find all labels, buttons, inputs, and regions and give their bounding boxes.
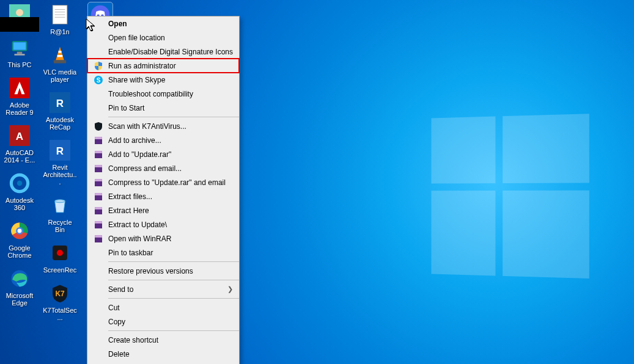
menu-item-label: Copy bbox=[108, 318, 233, 326]
desktop-icon-label: VLC media player bbox=[43, 68, 77, 83]
menu-item-scan-with-k7antivirus[interactable]: Scan with K7AntiVirus... bbox=[87, 119, 239, 133]
menu-separator bbox=[108, 280, 239, 280]
menu-item-run-as-administrator[interactable]: Run as administrator bbox=[87, 59, 239, 73]
shield-icon bbox=[92, 60, 105, 71]
menu-item-cut[interactable]: Cut bbox=[87, 300, 239, 315]
desktop-icon-vlc[interactable]: VLC media player bbox=[43, 43, 77, 83]
desktop-icon-edge[interactable]: Microsoft Edge bbox=[2, 266, 37, 307]
menu-item-label: Pin to taskbar bbox=[108, 249, 233, 257]
blank-icon bbox=[92, 46, 105, 57]
black-overlay bbox=[0, 17, 39, 32]
desktop-icon-recap[interactable]: RAutodesk ReCap bbox=[43, 90, 77, 131]
edge-icon bbox=[7, 266, 32, 291]
svg-text:S: S bbox=[97, 77, 101, 84]
desktop-icon-label: This PC bbox=[7, 61, 31, 68]
blank-icon bbox=[92, 335, 105, 346]
chevron-right-icon: ❯ bbox=[226, 285, 233, 293]
windows-logo bbox=[431, 114, 588, 277]
svg-rect-44 bbox=[95, 166, 101, 167]
desktop[interactable]: This PCAdobe Reader 9AAutoCAD 2014 - E..… bbox=[0, 0, 634, 364]
svg-rect-4 bbox=[17, 52, 23, 54]
menu-item-enable-disable-digital-signature-icons[interactable]: Enable/Disable Digital Signature Icons bbox=[87, 45, 239, 59]
context-menu[interactable]: OpenOpen file locationEnable/Disable Dig… bbox=[87, 16, 240, 364]
rar-icon bbox=[92, 163, 105, 174]
menu-item-extract-to-update[interactable]: Extract to Update\ bbox=[87, 217, 239, 231]
menu-item-open-file-location[interactable]: Open file location bbox=[87, 31, 239, 45]
blank-icon bbox=[92, 89, 105, 100]
menu-separator bbox=[108, 261, 239, 262]
svg-text:R: R bbox=[56, 145, 64, 157]
desktop-icon-revit[interactable]: RRevit Architectu... bbox=[43, 138, 77, 186]
menu-separator bbox=[108, 330, 239, 331]
screc-icon bbox=[48, 241, 72, 265]
menu-item-restore-previous-versions[interactable]: Restore previous versions bbox=[87, 264, 239, 278]
svg-rect-56 bbox=[95, 222, 101, 223]
svg-rect-5 bbox=[15, 54, 25, 56]
desktop-icon-acad[interactable]: AAutoCAD 2014 - E... bbox=[2, 123, 37, 164]
menu-item-share-with-skype[interactable]: SShare with Skype bbox=[87, 73, 239, 87]
menu-item-label: Extract to Update\ bbox=[108, 220, 233, 229]
desktop-icon-a360[interactable]: Autodesk 360 bbox=[2, 171, 37, 211]
svg-rect-53 bbox=[95, 208, 101, 209]
menu-item-label: Compress and email... bbox=[108, 164, 233, 173]
desktop-icon-label: AutoCAD 2014 - E... bbox=[2, 149, 37, 164]
menu-item-add-to-archive[interactable]: Add to archive... bbox=[87, 133, 239, 147]
desktop-icon-r01n[interactable]: R@1n bbox=[43, 2, 77, 35]
svg-rect-3 bbox=[13, 43, 26, 50]
desktop-icon-chrome[interactable]: Google Chrome bbox=[2, 219, 37, 259]
desktop-icon-label: K7TotalSec... bbox=[43, 307, 77, 321]
k7-icon bbox=[92, 121, 105, 132]
menu-item-open[interactable]: Open bbox=[87, 16, 239, 31]
menu-item-compress-to-update-rar-and-email[interactable]: Compress to "Update.rar" and email bbox=[87, 175, 239, 189]
rar-icon bbox=[92, 219, 105, 230]
menu-item-delete[interactable]: Delete bbox=[87, 347, 239, 361]
blank-icon bbox=[92, 247, 105, 258]
menu-item-compress-and-email[interactable]: Compress and email... bbox=[87, 161, 239, 175]
rar-icon bbox=[92, 149, 105, 160]
desktop-icon-label: R@1n bbox=[50, 28, 69, 35]
desktop-icon-label: Adobe Reader 9 bbox=[2, 101, 37, 116]
menu-item-label: Enable/Disable Digital Signature Icons bbox=[108, 48, 233, 56]
rar-icon bbox=[92, 177, 105, 188]
menu-item-pin-to-start[interactable]: Pin to Start bbox=[87, 101, 239, 115]
rar-icon bbox=[92, 191, 105, 202]
svg-text:A: A bbox=[16, 131, 23, 142]
menu-item-add-to-update-rar[interactable]: Add to "Update.rar" bbox=[87, 147, 239, 161]
desktop-icon-thispc[interactable]: This PC bbox=[2, 35, 37, 68]
svg-rect-41 bbox=[95, 151, 101, 153]
desktop-icon-k7[interactable]: K7K7TotalSec... bbox=[43, 281, 77, 321]
blank-icon bbox=[92, 316, 105, 327]
desktop-icon-screc[interactable]: ScreenRec bbox=[43, 241, 77, 274]
revit-icon: R bbox=[48, 138, 72, 162]
menu-separator bbox=[108, 117, 239, 117]
desktop-icon-adobe[interactable]: Adobe Reader 9 bbox=[2, 76, 37, 116]
menu-item-extract-here[interactable]: Extract Here bbox=[87, 203, 239, 217]
menu-item-pin-to-taskbar[interactable]: Pin to taskbar bbox=[87, 246, 239, 260]
blank-icon bbox=[92, 349, 105, 360]
menu-item-extract-files[interactable]: Extract files... bbox=[87, 189, 239, 203]
menu-item-label: Extract Here bbox=[108, 206, 233, 215]
rar-icon bbox=[92, 233, 105, 244]
a360-icon bbox=[7, 171, 32, 195]
svg-rect-22 bbox=[54, 60, 66, 64]
skype-icon: S bbox=[92, 75, 105, 86]
desktop-icon-label: Autodesk ReCap bbox=[43, 116, 77, 131]
svg-text:R: R bbox=[56, 98, 64, 109]
acad-icon: A bbox=[7, 123, 32, 148]
svg-rect-47 bbox=[95, 180, 101, 181]
menu-item-label: Restore previous versions bbox=[108, 267, 233, 275]
blank-icon bbox=[92, 32, 105, 43]
svg-point-1 bbox=[16, 9, 23, 16]
menu-item-copy[interactable]: Copy bbox=[87, 315, 239, 329]
menu-item-label: Pin to Start bbox=[108, 104, 233, 112]
menu-item-send-to[interactable]: Send to❯ bbox=[87, 282, 239, 296]
menu-item-open-with-winrar[interactable]: Open with WinRAR bbox=[87, 231, 239, 246]
menu-item-troubleshoot-compatibility[interactable]: Troubleshoot compatibility bbox=[87, 87, 239, 101]
svg-rect-59 bbox=[95, 236, 101, 237]
desktop-icon-bin[interactable]: Recycle Bin bbox=[43, 193, 77, 233]
blank-icon bbox=[92, 266, 105, 277]
menu-item-label: Extract files... bbox=[108, 192, 233, 201]
menu-item-create-shortcut[interactable]: Create shortcut bbox=[87, 333, 239, 347]
menu-item-label: Delete bbox=[108, 350, 233, 359]
menu-item-rename[interactable]: Rename bbox=[87, 361, 239, 364]
